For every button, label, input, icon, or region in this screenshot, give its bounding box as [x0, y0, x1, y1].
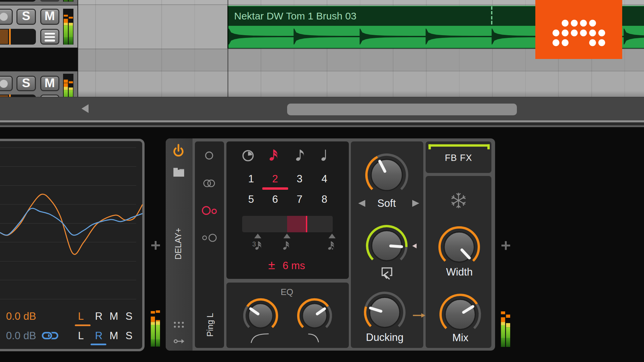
division-2-selected[interactable]: 2 [272, 173, 278, 185]
record-arm-circle [0, 13, 8, 21]
add-device-right-icon[interactable] [501, 241, 510, 250]
lane-boundary [78, 49, 644, 49]
track-header-column: SM SM [0, 0, 77, 97]
division-8[interactable]: 8 [321, 193, 327, 205]
record-arm-circle [0, 80, 8, 88]
scrollbar-thumb[interactable] [287, 104, 517, 115]
panel-divider-dark [0, 122, 644, 126]
mute-button[interactable]: M [40, 76, 60, 91]
scope-ch-top-M[interactable]: M [110, 310, 118, 322]
scope-ch-bot-S[interactable]: S [125, 330, 132, 342]
delay-mode-name[interactable]: Ping L [205, 313, 215, 337]
record-arm-button[interactable] [0, 9, 13, 25]
division-6[interactable]: 6 [272, 193, 278, 205]
scope-ch-bot-L[interactable]: L [78, 330, 84, 342]
device-name-vertical[interactable]: DELAY+ [173, 228, 183, 260]
fader-handle [9, 95, 11, 97]
scope-gain-left[interactable]: 0.0 dB [6, 310, 36, 322]
mute-button[interactable]: M [40, 9, 60, 25]
division-selected-underline [262, 187, 288, 190]
delay-time-panel [226, 141, 349, 279]
offset-slider-fill [287, 216, 307, 232]
arranger-section: Nektar DW Tom 1 Brush 03 SM SM [0, 0, 644, 128]
scope-gain-right[interactable]: 0.0 dB [6, 330, 36, 342]
meter-box [63, 74, 73, 97]
panel-divider-edge [0, 127, 644, 128]
delay-mid-column [351, 141, 423, 348]
waveform-graphic [228, 26, 644, 48]
lane-boundary [78, 71, 644, 71]
solo-label: S [17, 10, 35, 24]
horizontal-scrollbar [0, 97, 644, 120]
solo-label: S [17, 77, 35, 90]
bar-gridline [161, 0, 162, 97]
meter-box [63, 9, 73, 45]
clip-title-bar[interactable]: Nektar DW Tom 1 Brush 03 [227, 6, 644, 26]
audio-clip[interactable]: Nektar DW Tom 1 Brush 03 [227, 6, 644, 49]
prev-track-fader-remnant [0, 0, 36, 2]
eq-section-label: EQ [281, 287, 293, 297]
menu-bar [45, 40, 55, 42]
division-3[interactable]: 3 [297, 173, 302, 185]
lane-shadow [78, 91, 644, 97]
lane-boundary [78, 4, 644, 5]
solo-button[interactable]: S [16, 9, 36, 25]
track-header-1[interactable]: SM [0, 5, 77, 48]
solo-button[interactable]: S [16, 76, 36, 91]
division-7[interactable]: 7 [297, 193, 302, 205]
bar-gridline [128, 0, 129, 97]
scope-top-underline [75, 324, 91, 326]
scope-bottom-underline [91, 344, 107, 346]
scope-ch-top-S[interactable]: S [125, 310, 132, 322]
division-1[interactable]: 1 [248, 173, 254, 185]
scope-ch-top-L[interactable]: L [78, 310, 84, 322]
clip-loop-marker[interactable] [491, 6, 492, 26]
volume-fader[interactable] [0, 95, 36, 97]
fbfx-label[interactable]: FB FX [445, 153, 472, 163]
width-knob-label[interactable]: Width [446, 266, 473, 278]
division-5[interactable]: 5 [248, 193, 254, 205]
scope-ch-bot-M[interactable]: M [110, 330, 118, 342]
delay-offset-slider[interactable] [242, 216, 333, 232]
track-2-lane [78, 49, 644, 71]
menu-bar [45, 36, 55, 38]
soft-knob-label[interactable]: Soft [377, 197, 396, 209]
track-header-2[interactable]: SM [0, 71, 77, 97]
division-4[interactable]: 4 [321, 173, 327, 185]
prev-track-meter-remnant [63, 0, 73, 2]
mute-label: M [41, 10, 59, 24]
offset-plusminus[interactable]: ± [268, 258, 275, 272]
clip-name: Nektar DW Tom 1 Brush 03 [234, 10, 357, 22]
mix-knob-label[interactable]: Mix [452, 332, 468, 344]
device-output-meter [501, 311, 511, 347]
offset-slider-value-line [306, 216, 308, 232]
fader-handle [9, 29, 11, 45]
clip-waveform[interactable] [227, 26, 644, 49]
arranger-timeline[interactable]: Nektar DW Tom 1 Brush 03 [77, 0, 644, 97]
fader-pre-fill [0, 29, 8, 44]
record-arm-button[interactable] [0, 76, 13, 91]
ducking-knob-label[interactable]: Ducking [366, 331, 404, 344]
add-device-left-icon[interactable] [151, 241, 160, 250]
device-input-meter [151, 310, 160, 347]
prev-track-button-remnant [40, 0, 60, 2]
volume-fader[interactable] [0, 29, 36, 45]
lane-above [78, 0, 644, 5]
track-menu-button[interactable] [40, 29, 60, 45]
mute-label: M [41, 77, 59, 90]
track-menu-button[interactable] [40, 95, 60, 97]
offset-value[interactable]: 6 ms [282, 260, 305, 272]
menu-bar [45, 33, 55, 35]
fbfx-body-box [426, 176, 491, 348]
scope-ch-bot-R[interactable]: R [95, 330, 102, 342]
bar-gridline [195, 0, 195, 97]
bitwig-screen: Nektar DW Tom 1 Brush 03 SM SM DELAY+ [0, 0, 644, 362]
scope-ch-top-R[interactable]: R [95, 310, 102, 322]
bar-gridline [95, 0, 96, 97]
